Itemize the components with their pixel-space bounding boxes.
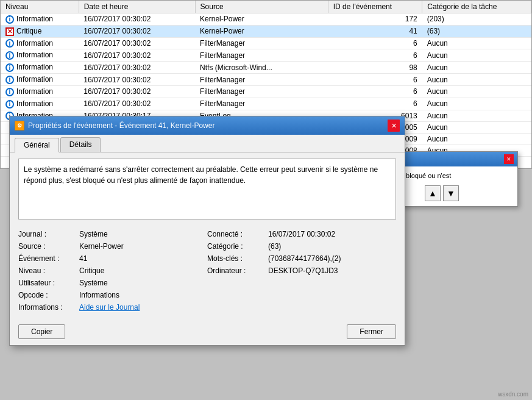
- event-description: Le système a redémarré sans s'arrêter co…: [18, 159, 396, 220]
- info-label: Informations :: [18, 303, 79, 312]
- cell-category: Aucun: [422, 37, 531, 49]
- keywords-label: Mots-clés :: [207, 254, 268, 263]
- category-value: (63): [268, 242, 281, 251]
- table-row[interactable]: iInformation16/07/2017 00:30:02Kernel-Po…: [1, 13, 531, 26]
- journal-value: Système: [79, 230, 108, 238]
- col-source[interactable]: Source: [195, 1, 328, 13]
- cell-category: Aucun: [422, 98, 531, 110]
- connected-value: 16/07/2017 00:30:02: [268, 230, 335, 238]
- journal-label: Journal :: [18, 230, 79, 238]
- table-row[interactable]: iInformation16/07/2017 00:30:02FilterMan…: [1, 49, 531, 62]
- table-row[interactable]: ✕Critique16/07/2017 00:30:02Kernel-Power…: [1, 25, 531, 37]
- cell-level: iInformation: [1, 37, 79, 49]
- col-date[interactable]: Date et heure: [79, 1, 195, 13]
- computer-value: DESKTOP-Q7Q1JD3: [268, 266, 338, 275]
- cell-level: iInformation: [1, 74, 79, 86]
- cell-source: Ntfs (Microsoft-Wind...: [195, 62, 328, 74]
- user-label: Utilisateur :: [18, 279, 79, 287]
- info-icon: i: [5, 15, 14, 24]
- cell-category: (203): [422, 13, 531, 26]
- nav-up-button[interactable]: ▲: [425, 185, 441, 201]
- copy-button[interactable]: Copier: [18, 324, 65, 339]
- tab-details[interactable]: Détails: [60, 137, 101, 152]
- cell-category: Aucun: [422, 134, 531, 145]
- cell-category: Aucun: [422, 110, 531, 122]
- keywords-value: (70368744177664),(2): [268, 254, 341, 263]
- category-label: Catégorie :: [207, 242, 268, 251]
- event-row: Événement : 41: [18, 252, 207, 265]
- tab-general[interactable]: Général: [15, 138, 59, 152]
- modal-tabs: Général Détails: [10, 135, 405, 152]
- cell-level: iInformation: [1, 98, 79, 110]
- cell-date: 16/07/2017 00:30:02: [79, 74, 195, 86]
- table-row[interactable]: iInformation16/07/2017 00:30:02Ntfs (Mic…: [1, 62, 531, 74]
- second-popup-close-button[interactable]: ✕: [504, 154, 514, 164]
- table-row[interactable]: iInformation16/07/2017 00:30:02FilterMan…: [1, 37, 531, 49]
- cell-source: FilterManager: [195, 74, 328, 86]
- journal-row: Journal : Système: [18, 228, 207, 240]
- cell-date: 16/07/2017 00:30:02: [79, 49, 195, 62]
- watermark: wsxdn.com: [498, 391, 528, 398]
- modal-close-button[interactable]: ✕: [388, 120, 400, 132]
- table-row[interactable]: iInformation16/07/2017 00:30:02FilterMan…: [1, 98, 531, 110]
- cell-event-id: 6: [328, 98, 422, 110]
- user-row: Utilisateur : Système: [18, 277, 207, 289]
- modal-footer: Copier Fermer: [10, 320, 405, 345]
- cell-category: Aucun: [422, 49, 531, 62]
- cell-date: 16/07/2017 00:30:02: [79, 62, 195, 74]
- event-label: Événement :: [18, 254, 79, 263]
- opcode-label: Opcode :: [18, 291, 79, 299]
- cell-event-id: 6: [328, 74, 422, 86]
- col-id[interactable]: ID de l'événement: [328, 1, 422, 13]
- level-row: Niveau : Critique: [18, 265, 207, 277]
- opcode-value: Informations: [79, 291, 119, 299]
- source-label: Source :: [18, 242, 79, 251]
- event-details-grid: Journal : Système Source : Kernel-Power …: [18, 228, 396, 313]
- cell-event-id: 98: [328, 62, 422, 74]
- cell-date: 16/07/2017 00:30:02: [79, 85, 195, 98]
- details-left-col: Journal : Système Source : Kernel-Power …: [18, 228, 207, 313]
- modal-body: Le système a redémarré sans s'arrêter co…: [10, 152, 405, 320]
- cell-category: Aucun: [422, 85, 531, 98]
- cell-level: ✕Critique: [1, 25, 79, 37]
- cell-source: FilterManager: [195, 85, 328, 98]
- modal-title-icon: ⚙: [15, 121, 24, 130]
- cell-category: (63): [422, 25, 531, 37]
- cell-event-id: 6: [328, 85, 422, 98]
- event-number-value: 41: [79, 254, 87, 263]
- source-row: Source : Kernel-Power: [18, 240, 207, 252]
- nav-down-button[interactable]: ▼: [443, 185, 459, 201]
- modal-titlebar: ⚙ Propriétés de l'événement - Événement …: [10, 116, 405, 135]
- info-icon: i: [5, 76, 14, 84]
- cell-date: 16/07/2017 00:30:02: [79, 25, 195, 37]
- computer-label: Ordinateur :: [207, 266, 268, 275]
- cell-level: iInformation: [1, 49, 79, 62]
- cell-date: 16/07/2017 00:30:02: [79, 13, 195, 26]
- critical-icon: ✕: [5, 27, 14, 36]
- table-row[interactable]: iInformation16/07/2017 00:30:02FilterMan…: [1, 74, 531, 86]
- modal-title: Propriétés de l'événement - Événement 41…: [28, 121, 215, 130]
- user-value: Système: [79, 279, 108, 287]
- col-category[interactable]: Catégorie de la tâche: [422, 1, 531, 13]
- cell-level: iInformation: [1, 62, 79, 74]
- level-value: Critique: [79, 266, 104, 275]
- cell-source: FilterManager: [195, 98, 328, 110]
- details-right-col: Connecté : 16/07/2017 00:30:02 Catégorie…: [207, 228, 396, 313]
- info-row: Informations : Aide sur le Journal: [18, 301, 207, 313]
- info-icon: i: [5, 39, 14, 48]
- cell-date: 16/07/2017 00:30:02: [79, 98, 195, 110]
- info-icon: i: [5, 100, 14, 109]
- info-link[interactable]: Aide sur le Journal: [79, 303, 140, 312]
- cell-category: Aucun: [422, 122, 531, 134]
- cell-category: Aucun: [422, 74, 531, 86]
- event-properties-modal: ⚙ Propriétés de l'événement - Événement …: [9, 116, 405, 346]
- col-level[interactable]: Niveau: [1, 1, 79, 13]
- cell-event-id: 6: [328, 37, 422, 49]
- cell-source: Kernel-Power: [195, 25, 328, 37]
- level-label: Niveau :: [18, 266, 79, 275]
- cell-level: iInformation: [1, 13, 79, 26]
- table-row[interactable]: iInformation16/07/2017 00:30:02FilterMan…: [1, 85, 531, 98]
- close-dialog-button[interactable]: Fermer: [347, 324, 396, 339]
- cell-category: Aucun: [422, 62, 531, 74]
- computer-row: Ordinateur : DESKTOP-Q7Q1JD3: [207, 265, 396, 277]
